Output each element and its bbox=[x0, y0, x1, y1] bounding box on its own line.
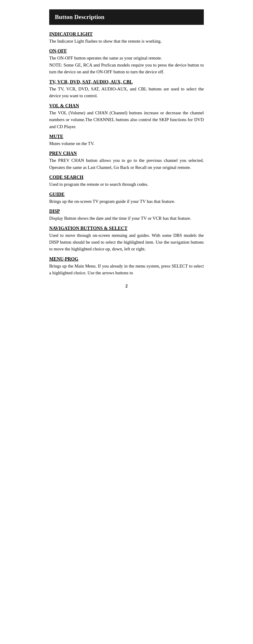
body-disp: Display Button shows the date and the ti… bbox=[49, 215, 204, 222]
heading-guide: GUIDE bbox=[49, 192, 204, 197]
section-navigation: NAVIGATION BUTTONS & SELECT Used to move… bbox=[49, 226, 204, 252]
section-guide: GUIDE Brings up the on-screen TV program… bbox=[49, 192, 204, 205]
section-menu-prog: MENU•PROG Brings up the Main Menu. If yo… bbox=[49, 256, 204, 276]
heading-disp: DISP bbox=[49, 208, 204, 214]
section-code-search: CODE SEARCH Used to program the remote o… bbox=[49, 174, 204, 188]
heading-code-search: CODE SEARCH bbox=[49, 174, 204, 180]
body-indicator-light: The Indicator Light flashes to show that… bbox=[49, 38, 204, 44]
section-mute: MUTE Mutes volume on the TV. bbox=[49, 134, 204, 147]
heading-menu-prog: MENU•PROG bbox=[49, 256, 204, 262]
body-menu-prog: Brings up the Main Menu. If you already … bbox=[49, 262, 204, 276]
heading-indicator-light: INDICATOR LIGHT bbox=[49, 32, 204, 37]
section-on-off: ON•OFF The ON•OFF button operates the sa… bbox=[49, 48, 204, 75]
page-container: Button Description INDICATOR LIGHT The I… bbox=[47, 9, 206, 288]
body-code-search: Used to program the remote or to search … bbox=[49, 181, 204, 188]
body-guide: Brings up the on-screen TV program guide… bbox=[49, 198, 204, 205]
body-tv-vcr: The TV, VCR, DVD, SAT, AUDIO-AUX, and CB… bbox=[49, 86, 204, 99]
body-mute: Mutes volume on the TV. bbox=[49, 140, 204, 147]
body-vol-chan: The VOL (Volume) and CHAN (Channel) butt… bbox=[49, 110, 204, 130]
page-number: 2 bbox=[49, 284, 204, 288]
heading-navigation: NAVIGATION BUTTONS & SELECT bbox=[49, 226, 204, 231]
header-title: Button Description bbox=[55, 14, 104, 20]
section-prev-chan: PREV CHAN The PREV CHAN button allows yo… bbox=[49, 151, 204, 171]
body-navigation: Used to move through on-screen menuing a… bbox=[49, 232, 204, 252]
heading-tv-vcr: TV, VCR, DVD, SAT, AUDIO, AUX, CBL bbox=[49, 79, 204, 84]
content-sections: INDICATOR LIGHT The Indicator Light flas… bbox=[49, 32, 204, 276]
header-banner: Button Description bbox=[49, 9, 204, 25]
body-on-off: The ON•OFF button operates the same as y… bbox=[49, 54, 204, 75]
body-prev-chan: The PREV CHAN button allows you to go to… bbox=[49, 157, 204, 171]
heading-on-off: ON•OFF bbox=[49, 48, 204, 54]
heading-vol-chan: VOL & CHAN bbox=[49, 103, 204, 108]
heading-prev-chan: PREV CHAN bbox=[49, 151, 204, 156]
section-vol-chan: VOL & CHAN The VOL (Volume) and CHAN (Ch… bbox=[49, 103, 204, 130]
section-disp: DISP Display Button shows the date and t… bbox=[49, 208, 204, 222]
section-tv-vcr: TV, VCR, DVD, SAT, AUDIO, AUX, CBL The T… bbox=[49, 79, 204, 99]
section-indicator-light: INDICATOR LIGHT The Indicator Light flas… bbox=[49, 32, 204, 44]
heading-mute: MUTE bbox=[49, 134, 204, 139]
